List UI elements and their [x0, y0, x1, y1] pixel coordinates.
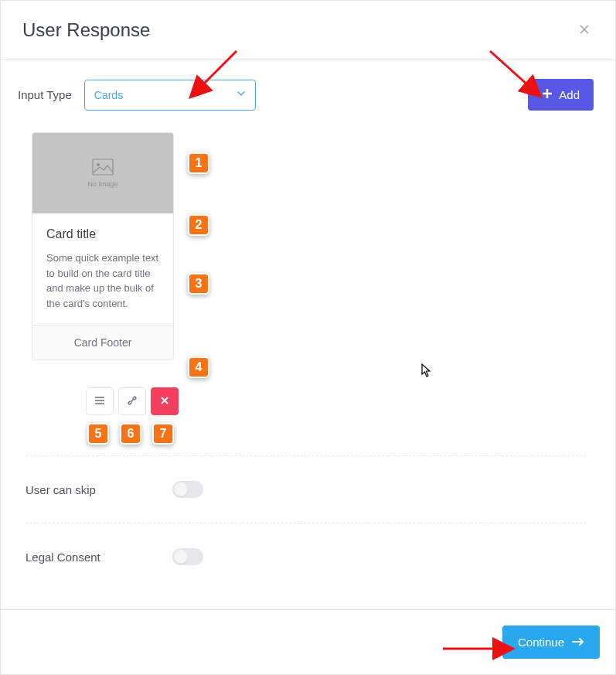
- link-icon: [126, 394, 138, 409]
- card-image-placeholder[interactable]: No Image: [32, 133, 173, 213]
- arrow-right-icon: [572, 636, 584, 649]
- skip-toggle-row: User can skip: [18, 467, 211, 512]
- plus-icon: [542, 88, 553, 101]
- skip-toggle-label: User can skip: [26, 483, 96, 496]
- continue-button[interactable]: Continue: [502, 626, 600, 659]
- skip-toggle[interactable]: [172, 481, 203, 498]
- no-image-label: No Image: [87, 180, 117, 188]
- svg-rect-0: [93, 159, 113, 175]
- svg-point-1: [97, 163, 100, 166]
- modal-body: Input Type Cards Add No Image: [1, 60, 615, 595]
- modal-header: User Response: [1, 1, 615, 60]
- image-icon: [92, 159, 114, 179]
- card-text: Some quick example text to build on the …: [46, 251, 159, 311]
- annotation-markers-column: 1 2 3 4: [188, 132, 209, 378]
- card-actions: [86, 387, 594, 415]
- annotation-marker-5: 5: [87, 423, 109, 445]
- close-icon: [578, 26, 590, 38]
- reorder-button[interactable]: [86, 387, 114, 415]
- annotation-marker-3: 3: [188, 273, 209, 295]
- add-button-label: Add: [559, 88, 580, 101]
- card-title: Card title: [46, 227, 159, 241]
- input-left: Input Type Cards: [18, 80, 256, 111]
- divider: [26, 523, 586, 523]
- card-body: Card title Some quick example text to bu…: [32, 213, 173, 325]
- close-button[interactable]: [575, 20, 594, 41]
- annotation-marker-7: 7: [152, 423, 174, 445]
- close-icon: [158, 394, 171, 409]
- legal-toggle-label: Legal Consent: [26, 551, 100, 564]
- annotation-markers-row: 5 6 7: [87, 423, 594, 445]
- annotation-marker-1: 1: [188, 152, 209, 174]
- modal-title: User Response: [22, 19, 150, 41]
- add-button[interactable]: Add: [528, 79, 594, 111]
- annotation-marker-2: 2: [188, 214, 209, 236]
- legal-toggle[interactable]: [172, 548, 203, 565]
- cursor-icon: [420, 363, 433, 381]
- card: No Image Card title Some quick example t…: [32, 132, 174, 360]
- card-footer: Card Footer: [32, 325, 173, 360]
- divider: [26, 455, 586, 456]
- input-type-select-wrap: Cards: [84, 80, 256, 111]
- menu-icon: [94, 394, 106, 409]
- card-area: No Image Card title Some quick example t…: [32, 132, 594, 378]
- input-type-label: Input Type: [18, 88, 72, 101]
- delete-button[interactable]: [151, 387, 179, 415]
- legal-toggle-row: Legal Consent: [18, 534, 211, 579]
- continue-button-label: Continue: [518, 636, 564, 649]
- input-type-row: Input Type Cards Add: [18, 79, 594, 111]
- input-type-select[interactable]: Cards: [84, 80, 256, 111]
- annotation-marker-6: 6: [120, 423, 141, 445]
- modal-footer: Continue: [1, 609, 615, 674]
- annotation-marker-4: 4: [188, 356, 209, 378]
- link-button[interactable]: [118, 387, 146, 415]
